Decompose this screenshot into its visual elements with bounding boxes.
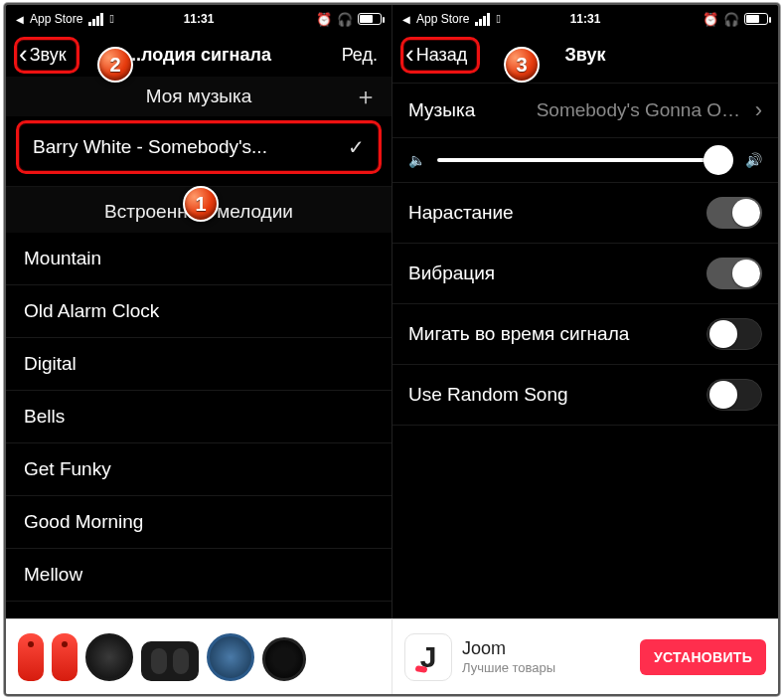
list-item[interactable]: Mountain (6, 233, 392, 285)
edit-button[interactable]: Ред. (336, 41, 384, 70)
section-my-music: Моя музыка ＋ (6, 77, 392, 116)
product-icon (52, 633, 78, 681)
product-icon (141, 641, 199, 681)
product-icon (85, 633, 133, 681)
clock: 11:31 (570, 12, 601, 26)
add-music-button[interactable]: ＋ (354, 81, 378, 112)
volume-low-icon: 🔈 (408, 152, 425, 168)
phone-right: ◀ App Store 􀙇 11:31 ⏰ 🎧 ‹ Назад Звук (392, 5, 778, 619)
fade-in-toggle[interactable] (706, 197, 762, 229)
back-to-app-label[interactable]: App Store (416, 12, 469, 26)
battery-icon (358, 13, 382, 25)
wifi-icon: 􀙇 (109, 12, 113, 26)
back-label: Назад (416, 45, 468, 66)
chevron-left-icon: ‹ (19, 41, 28, 67)
nav-bar: ‹ Назад Звук (392, 33, 778, 77)
cellular-icon (475, 13, 490, 26)
battery-icon (744, 13, 768, 25)
row-label: Музыка (408, 99, 475, 121)
vibration-toggle[interactable] (706, 258, 762, 289)
phone-left: ◀ App Store 􀙇 11:31 ⏰ 🎧 ‹ Звук ...лодия (6, 5, 392, 619)
cellular-icon (88, 13, 103, 26)
status-bar: ◀ App Store 􀙇 11:31 ⏰ 🎧 (392, 5, 778, 33)
chevron-right-icon: › (755, 97, 762, 123)
list-item[interactable]: Bells (6, 391, 392, 443)
row-label: Вибрация (408, 262, 495, 284)
product-icon (207, 633, 254, 681)
page-title: ...лодия сигнала (126, 45, 271, 66)
joom-logo-icon: J (404, 633, 452, 681)
section-label: Моя музыка (146, 86, 252, 107)
back-to-app-label[interactable]: App Store (30, 12, 82, 26)
music-row[interactable]: Музыка Somebody's Gonna Off... › (392, 83, 778, 138)
install-button[interactable]: УСТАНОВИТЬ (640, 639, 766, 675)
back-to-app-icon[interactable]: ◀ (16, 14, 24, 25)
volume-slider[interactable] (437, 158, 733, 162)
ad-joom[interactable]: J Joom Лучшие товары УСТАНОВИТЬ (392, 618, 778, 694)
list-item[interactable]: Get Funky (6, 443, 392, 496)
builtin-list: Mountain Old Alarm Clock Digital Bells G… (6, 233, 392, 602)
alarm-icon: ⏰ (703, 12, 718, 27)
wifi-icon: 􀙇 (496, 12, 500, 26)
checkmark-icon: ✓ (348, 135, 365, 159)
page-title: Звук (565, 45, 606, 66)
track-name: Barry White - Somebody's... (33, 136, 267, 158)
random-row: Use Random Song (392, 365, 778, 426)
headphones-icon: 🎧 (723, 12, 739, 27)
product-icon (18, 633, 44, 681)
list-item[interactable]: Good Morning (6, 496, 392, 549)
volume-high-icon: 🔊 (745, 152, 762, 168)
row-label: Мигать во время сигнала (408, 323, 629, 345)
back-button[interactable]: ‹ Звук (14, 37, 79, 74)
list-item[interactable]: Old Alarm Clock (6, 285, 392, 338)
list-item[interactable]: Digital (6, 338, 392, 391)
slider-thumb[interactable] (704, 145, 733, 175)
step-badge-3: 3 (504, 47, 540, 83)
row-label: Use Random Song (408, 384, 568, 406)
back-label: Звук (30, 45, 67, 66)
product-icon (262, 637, 306, 681)
back-to-app-icon[interactable]: ◀ (402, 14, 410, 25)
random-toggle[interactable] (706, 379, 762, 411)
ad-subtitle: Лучшие товары (462, 660, 555, 676)
row-label: Нарастание (408, 202, 514, 224)
clock: 11:31 (184, 12, 215, 26)
vibration-row: Вибрация (392, 244, 778, 304)
ad-banner-row: J Joom Лучшие товары УСТАНОВИТЬ (6, 618, 778, 694)
ad-title: Joom (462, 637, 555, 660)
headphones-icon: 🎧 (337, 12, 353, 27)
list-item[interactable]: Mellow (6, 549, 392, 602)
status-bar: ◀ App Store 􀙇 11:31 ⏰ 🎧 (6, 5, 392, 33)
fade-in-row: Нарастание (392, 183, 778, 244)
step-badge-2: 2 (97, 47, 133, 83)
selected-track-row[interactable]: Barry White - Somebody's... ✓ (16, 120, 382, 174)
chevron-left-icon: ‹ (405, 41, 414, 67)
flash-toggle[interactable] (706, 318, 762, 350)
ad-products[interactable] (6, 618, 392, 694)
settings-list: Музыка Somebody's Gonna Off... › 🔈 🔊 Нар… (392, 77, 778, 426)
volume-row: 🔈 🔊 (392, 138, 778, 183)
flash-row: Мигать во время сигнала (392, 304, 778, 365)
back-button[interactable]: ‹ Назад (400, 37, 480, 74)
step-badge-1: 1 (183, 186, 219, 222)
nav-bar: ‹ Звук ...лодия сигнала Ред. (6, 33, 392, 77)
alarm-icon: ⏰ (316, 12, 332, 27)
row-value: Somebody's Gonna Off... (537, 99, 745, 121)
